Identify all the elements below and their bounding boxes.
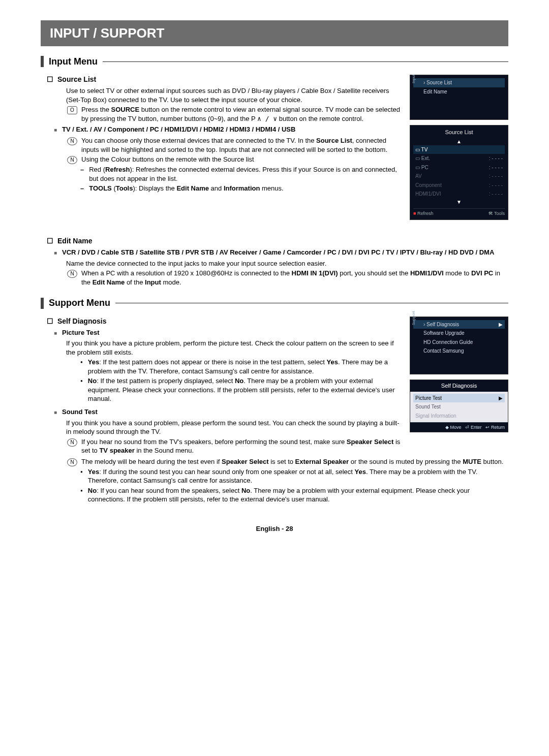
edit-name-note: N When a PC with a resolution of 1920 x … [67, 269, 508, 287]
edit-name-list: VCR / DVD / Cable STB / Satellite STB / … [54, 248, 508, 257]
osd-input-menu: Input › Source List Edit Name [410, 75, 508, 120]
info-icon: N [67, 270, 77, 278]
sound-test-yes: Yes: If during the sound test you can he… [80, 467, 508, 485]
sound-note-melody: N The melody will be heard during the te… [67, 457, 508, 466]
input-menu-heading: Input Menu [41, 55, 508, 68]
picture-test-no: No: If the test pattern is properly disp… [80, 376, 402, 403]
osd-source-list: Source List ▲ ▭ TV ▭ Ext.: - - - - ▭ PC:… [410, 125, 508, 220]
sound-test-no: No: If you can hear sound from the speak… [80, 486, 508, 504]
source-list-note-source: O Press the SOURCE button on the remote … [67, 105, 402, 123]
sound-note-speaker: N If you hear no sound from the TV's spe… [67, 437, 402, 455]
source-dash-refresh: Red (Refresh): Refreshes the connected e… [80, 165, 402, 183]
info-icon: N [67, 137, 77, 145]
osd-support-menu: Support › Self Diagnosis▶ Software Upgra… [410, 317, 508, 374]
source-note-choose: N You can choose only those external dev… [67, 136, 402, 154]
page-footer: English - 28 [41, 524, 508, 533]
edit-name-desc: Name the device connected to the input j… [66, 259, 508, 268]
support-menu-heading: Support Menu [41, 297, 508, 309]
info-icon: N [67, 438, 77, 447]
info-icon: N [67, 156, 77, 164]
osd-self-diagnosis: Self Diagnosis Picture Test▶ Sound Test … [410, 380, 508, 432]
remote-icon: O [67, 106, 77, 114]
edit-name-heading: Edit Name [47, 236, 508, 246]
sources-list-line: TV / Ext. / AV / Component / PC / HDMI1/… [54, 125, 402, 134]
page-banner: INPUT / SUPPORT [41, 20, 508, 46]
source-note-colour: N Using the Colour buttons on the remote… [67, 155, 402, 164]
source-dash-tools: TOOLS (Tools): Displays the Edit Name an… [80, 184, 402, 193]
info-icon: N [67, 458, 77, 466]
picture-test-heading: Picture Test [54, 328, 402, 337]
sound-test-heading: Sound Test [54, 407, 402, 417]
picture-test-yes: Yes: If the test pattern does not appear… [80, 358, 402, 375]
